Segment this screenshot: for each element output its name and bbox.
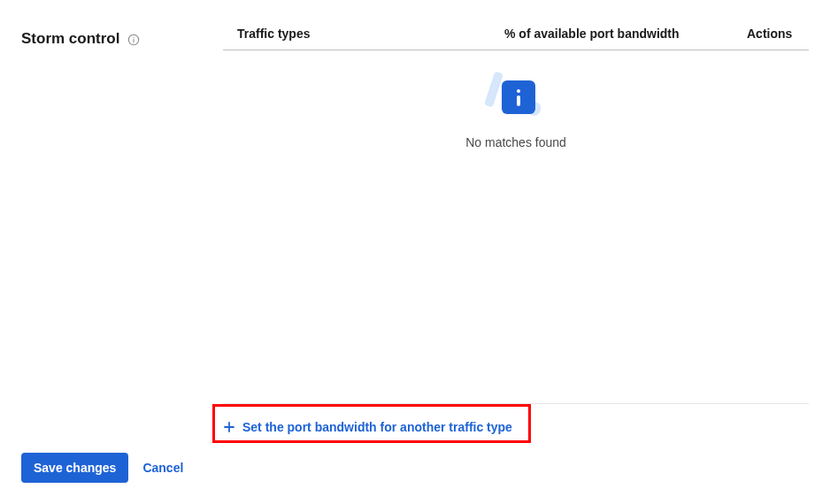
column-header-traffic-types: Traffic types	[223, 27, 504, 41]
column-header-bandwidth: % of available port bandwidth	[504, 27, 747, 41]
column-header-actions: Actions	[747, 27, 809, 41]
add-traffic-type-button[interactable]: Set the port bandwidth for another traff…	[223, 416, 512, 438]
info-icon[interactable]	[127, 33, 141, 47]
empty-state: No matches found	[223, 50, 809, 149]
cancel-button[interactable]: Cancel	[142, 461, 183, 475]
info-illustration-icon	[489, 72, 542, 121]
table-header: Traffic types % of available port bandwi…	[223, 27, 809, 50]
svg-point-1	[134, 37, 134, 38]
save-button[interactable]: Save changes	[21, 453, 128, 483]
plus-icon	[223, 421, 235, 433]
section-title: Storm control	[21, 30, 119, 48]
add-traffic-type-label: Set the port bandwidth for another traff…	[242, 420, 512, 434]
empty-state-message: No matches found	[465, 135, 566, 149]
